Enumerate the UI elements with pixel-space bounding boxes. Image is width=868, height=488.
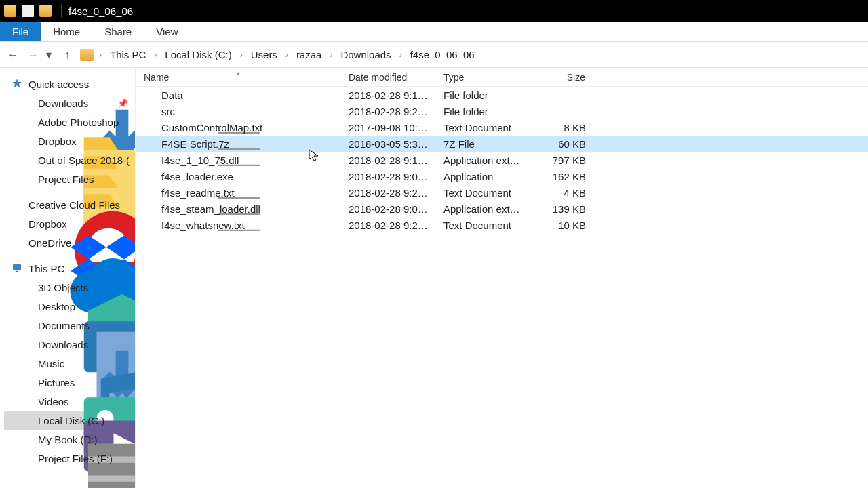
folder-icon	[20, 154, 33, 166]
sidebar-item-thispc-6[interactable]: Videos	[4, 392, 132, 411]
sidebar-item-quick-3[interactable]: Out of Space 2018-(	[4, 150, 132, 169]
breadcrumb-local-disk[interactable]: Local Disk (C:)	[162, 47, 234, 62]
sidebar-item-thispc-8[interactable]: My Book (D:)	[4, 430, 132, 449]
nav-back-button[interactable]: ←	[5, 47, 20, 62]
ribbon: File Home Share View	[0, 22, 868, 42]
sidebar-item-quick-0[interactable]: Downloads 📌	[4, 94, 132, 113]
sidebar-item-quick-4[interactable]: Project Files	[4, 169, 132, 188]
videos-icon	[20, 395, 33, 407]
table-row[interactable]: F4SE Script.7z 2018-03-05 5:30 AM 7Z Fil…	[136, 136, 868, 152]
nav-history-dropdown[interactable]: ▾	[46, 48, 54, 61]
star-icon	[11, 78, 23, 90]
titlebar-doc-icon	[22, 5, 34, 17]
sidebar-item-thispc-1[interactable]: Desktop	[4, 297, 132, 316]
sidebar-item-label: Creative Cloud Files	[28, 199, 120, 211]
documents-icon	[20, 319, 33, 331]
disk-icon	[20, 452, 33, 464]
ribbon-tab-share[interactable]: Share	[92, 22, 144, 41]
column-header-name[interactable]: ▴ Name	[136, 72, 342, 83]
chevron-right-icon[interactable]: ›	[328, 50, 334, 60]
table-row[interactable]: f4se_readme.txt 2018-02-28 9:22 PM Text …	[136, 184, 868, 201]
sidebar-item-thispc-2[interactable]: Documents	[4, 316, 132, 335]
sidebar-item-quick-2[interactable]: Dropbox	[4, 131, 132, 150]
chevron-right-icon[interactable]: ›	[239, 50, 244, 60]
breadcrumb-razaa[interactable]: razaa	[294, 47, 325, 62]
breadcrumb-current[interactable]: f4se_0_06_06	[408, 47, 477, 62]
file-list: ▴ Name Date modified Type Size Data 2018…	[136, 68, 868, 488]
file-type: File folder	[437, 106, 532, 117]
file-name: f4se_steam_loader.dll	[161, 203, 260, 215]
chevron-right-icon[interactable]: ›	[284, 50, 290, 60]
table-row[interactable]: f4se_whatsnew.txt 2018-02-28 9:23 PM Tex…	[136, 217, 868, 233]
pictures-icon	[20, 376, 33, 388]
sidebar-root-1[interactable]: Dropbox	[4, 214, 132, 233]
sidebar-item-label: Music	[38, 358, 64, 369]
file-type: Application extens...	[437, 155, 532, 166]
disk-icon	[20, 414, 33, 426]
nav-forward-button[interactable]: →	[26, 47, 41, 62]
file-type: Application extens...	[437, 203, 532, 215]
file-date: 2018-02-28 9:06 PM	[342, 203, 437, 215]
sidebar-root-0[interactable]: Creative Cloud Files	[4, 195, 132, 214]
folder-icon	[20, 135, 33, 147]
file-date: 2018-02-28 9:26 PM	[342, 106, 437, 117]
sidebar-item-thispc-0[interactable]: 3D Objects	[4, 278, 132, 297]
creative-cloud-icon	[11, 199, 23, 211]
table-row[interactable]: f4se_loader.exe 2018-02-28 9:06 PM Appli…	[136, 168, 868, 184]
column-header-type[interactable]: Type	[437, 72, 532, 83]
table-row[interactable]: f4se_1_10_75.dll 2018-02-28 9:11 PM Appl…	[136, 152, 868, 168]
column-header-date[interactable]: Date modified	[342, 72, 437, 83]
file-icon	[144, 154, 156, 166]
sidebar-item-thispc-9[interactable]: Project Files (F:)	[4, 449, 132, 468]
table-row[interactable]: f4se_steam_loader.dll 2018-02-28 9:06 PM…	[136, 201, 868, 217]
ribbon-tab-file[interactable]: File	[0, 22, 41, 41]
file-date: 2018-03-05 5:30 AM	[342, 138, 437, 150]
breadcrumb-downloads[interactable]: Downloads	[338, 47, 393, 62]
breadcrumb-users[interactable]: Users	[248, 47, 280, 62]
titlebar-folder-icon	[4, 5, 16, 17]
sidebar-item-thispc-4[interactable]: Music	[4, 354, 132, 373]
mouse-cursor-icon	[309, 149, 319, 163]
table-row[interactable]: Data 2018-02-28 9:19 PM File folder	[136, 87, 868, 103]
ribbon-tab-home[interactable]: Home	[41, 22, 92, 41]
sidebar-item-label: My Book (D:)	[38, 434, 98, 445]
chevron-right-icon[interactable]: ›	[153, 50, 158, 60]
folder-icon	[20, 116, 33, 128]
file-type: File folder	[437, 89, 532, 101]
disk-icon	[20, 433, 33, 445]
file-name: f4se_whatsnew.txt	[161, 220, 245, 231]
sidebar-item-label: Downloads	[38, 98, 88, 109]
sidebar-item-quick-1[interactable]: Adobe Photoshop	[4, 113, 132, 131]
file-type: Text Document	[437, 122, 532, 134]
table-row[interactable]: src 2018-02-28 9:26 PM File folder	[136, 103, 868, 119]
breadcrumb-this-pc[interactable]: This PC	[107, 47, 149, 62]
sidebar-item-label: Pictures	[38, 377, 75, 388]
sidebar-item-thispc-3[interactable]: Downloads	[4, 335, 132, 354]
pin-icon: 📌	[117, 98, 128, 108]
sidebar-item-thispc-7[interactable]: Local Disk (C:)	[4, 411, 132, 430]
breadcrumb[interactable]: › This PC › Local Disk (C:) › Users › ra…	[80, 47, 477, 62]
chevron-right-icon[interactable]: ›	[398, 50, 403, 60]
file-type: Text Document	[437, 220, 532, 231]
ribbon-tab-view[interactable]: View	[144, 22, 190, 41]
file-name: F4SE Script.7z	[161, 138, 229, 150]
sidebar-item-label: Dropbox	[38, 136, 77, 147]
file-icon	[144, 219, 156, 231]
download-icon	[20, 338, 33, 350]
sidebar-item-label: 3D Objects	[38, 282, 88, 293]
file-size: 60 KB	[532, 138, 593, 150]
column-header-size[interactable]: Size	[532, 72, 593, 83]
nav-up-button[interactable]: ↑	[60, 47, 75, 62]
sidebar-quick-access[interactable]: Quick access	[4, 75, 132, 94]
table-row[interactable]: CustomControlMap.txt 2017-09-08 10:06 ..…	[136, 119, 868, 136]
file-type: Text Document	[437, 187, 532, 199]
3d-objects-icon	[20, 281, 33, 293]
titlebar-separator	[61, 5, 62, 17]
sidebar-item-label: Documents	[38, 320, 90, 331]
file-date: 2018-02-28 9:19 PM	[342, 89, 437, 101]
sidebar-item-thispc-5[interactable]: Pictures	[4, 373, 132, 392]
folder-icon	[144, 105, 156, 117]
sidebar-root-2[interactable]: OneDrive	[4, 233, 132, 252]
chevron-right-icon[interactable]: ›	[98, 50, 103, 60]
desktop-icon	[20, 300, 33, 312]
